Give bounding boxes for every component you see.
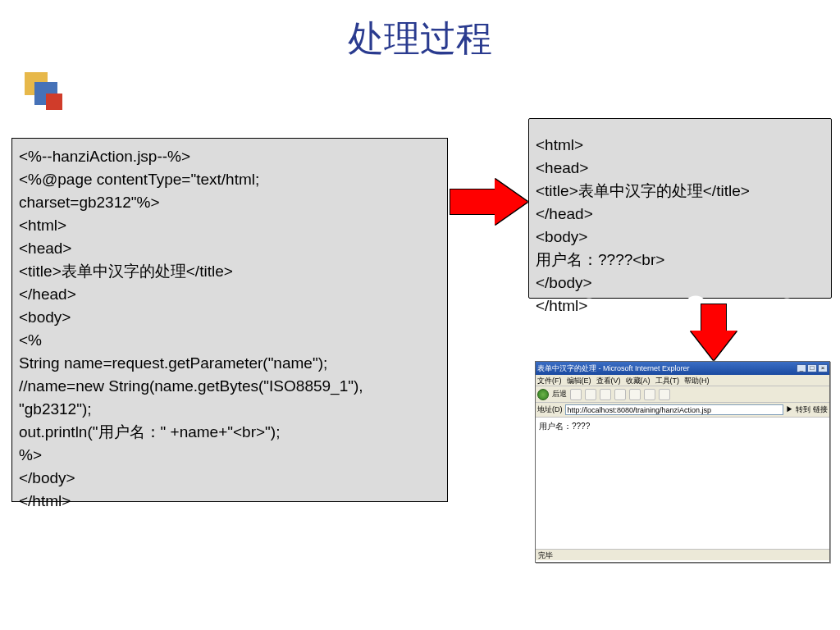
- stop-icon[interactable]: [585, 389, 596, 400]
- history-icon[interactable]: [659, 389, 670, 400]
- page-body-text: 用户名：????: [539, 422, 590, 431]
- code-line: </body>: [19, 467, 441, 490]
- code-line: </html>: [19, 490, 441, 513]
- minimize-icon[interactable]: _: [797, 364, 806, 372]
- code-line: <html>: [19, 214, 441, 237]
- back-label: 后退: [552, 389, 567, 399]
- ie-status-bar: 完毕: [536, 549, 829, 560]
- code-line: <html>: [536, 134, 824, 157]
- code-line: <%@page contentType="text/html;: [19, 168, 441, 191]
- jsp-source-code: <%--hanziAction.jsp--%> <%@page contentT…: [11, 138, 448, 502]
- close-icon[interactable]: ×: [818, 364, 828, 372]
- menu-edit[interactable]: 编辑(E): [567, 375, 591, 386]
- code-line: </html>: [536, 294, 824, 317]
- code-line: </head>: [536, 203, 824, 226]
- code-line: <head>: [536, 157, 824, 180]
- url-field[interactable]: http://localhost:8080/training/hanziActi…: [565, 404, 784, 415]
- menu-tools[interactable]: 工具(T): [655, 375, 680, 386]
- arrow-right-icon: [450, 179, 528, 225]
- go-button[interactable]: ▶ 转到: [786, 404, 810, 415]
- bullet-icon: [25, 72, 67, 115]
- ie-page-content: 用户名：????: [536, 418, 829, 549]
- code-line: <title>表单中汉字的处理</title>: [19, 260, 441, 283]
- code-line: <head>: [19, 237, 441, 260]
- code-line: </body>: [536, 272, 824, 294]
- maximize-icon[interactable]: □: [807, 364, 817, 372]
- code-line: <title>表单中汉字的处理</title>: [536, 180, 824, 203]
- refresh-icon[interactable]: [600, 389, 611, 400]
- slide-title: 处理过程: [0, 15, 840, 63]
- code-line: <body>: [19, 306, 441, 329]
- code-line: %>: [19, 444, 441, 467]
- code-line: out.println("用户名：" +name+"<br>");: [19, 421, 441, 444]
- code-line: charset=gb2312"%>: [19, 191, 441, 214]
- status-text: 完毕: [538, 551, 553, 559]
- menu-file[interactable]: 文件(F): [537, 375, 562, 386]
- ie-address-bar: 地址(D) http://localhost:8080/training/han…: [536, 403, 829, 418]
- menu-favorites[interactable]: 收藏(A): [626, 375, 651, 386]
- search-icon[interactable]: [629, 389, 641, 400]
- code-line: </head>: [19, 283, 441, 306]
- ie-menubar: 文件(F) 编辑(E) 查看(V) 收藏(A) 工具(T) 帮助(H): [536, 375, 829, 386]
- go-label: 转到: [796, 405, 810, 413]
- code-line: "gb2312");: [19, 398, 441, 421]
- code-line: <body>: [536, 226, 824, 249]
- ie-browser-window: 表单中汉字的处理 - Microsoft Internet Explorer _…: [535, 361, 830, 563]
- home-icon[interactable]: [614, 389, 626, 400]
- links-label[interactable]: 链接: [813, 404, 828, 415]
- code-line: <%--hanziAction.jsp--%>: [19, 145, 441, 168]
- ie-toolbar: 后退: [536, 386, 829, 403]
- menu-view[interactable]: 查看(V): [596, 375, 621, 386]
- forward-icon[interactable]: [570, 389, 582, 400]
- code-line: //name=new String(name.getBytes("ISO8859…: [19, 375, 441, 398]
- code-line: 用户名：????<br>: [536, 249, 824, 272]
- arrow-down-icon: [691, 304, 737, 361]
- back-icon[interactable]: [537, 389, 549, 400]
- favorites-icon[interactable]: [644, 389, 655, 400]
- ie-window-title: 表单中汉字的处理 - Microsoft Internet Explorer: [537, 362, 690, 375]
- code-line: <%: [19, 329, 441, 352]
- menu-help[interactable]: 帮助(H): [684, 375, 710, 386]
- address-label: 地址(D): [537, 404, 563, 415]
- html-output-code: <html> <head> <title>表单中汉字的处理</title> </…: [528, 118, 832, 299]
- code-line: String name=request.getParameter("name")…: [19, 352, 441, 375]
- ie-titlebar: 表单中汉字的处理 - Microsoft Internet Explorer _…: [536, 362, 829, 375]
